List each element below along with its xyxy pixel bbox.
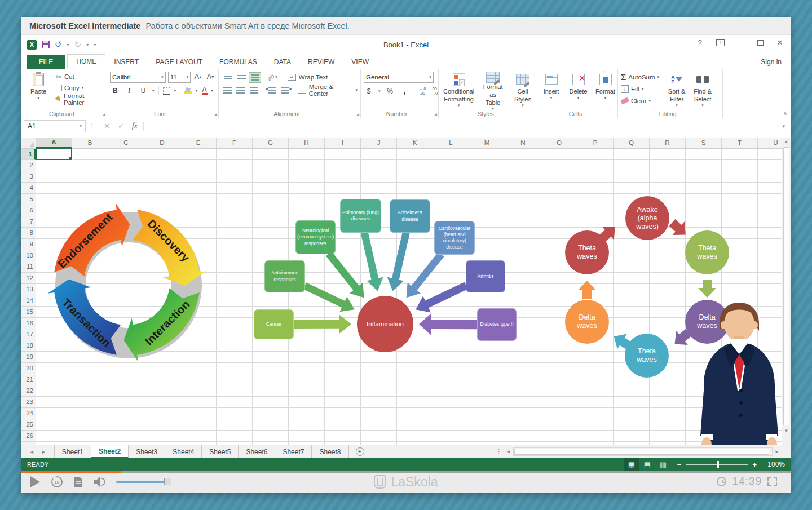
hscroll-left-icon[interactable]: ◄ [504, 449, 513, 454]
fullscreen-icon[interactable] [767, 477, 777, 486]
cause-box-pulmonary[interactable]: Pulmonary (lung) diseases [340, 199, 381, 233]
tab-data[interactable]: DATA [266, 55, 299, 69]
copy-button[interactable]: Copy ▾ [55, 83, 104, 93]
cause-box-arthritis[interactable]: Arthritis [466, 260, 505, 292]
zoom-slider[interactable] [686, 464, 748, 465]
find-select-button[interactable]: Find & Select▾ [690, 70, 716, 109]
row-header-19[interactable]: 19 [21, 352, 36, 363]
column-header-s[interactable]: S [686, 138, 722, 148]
cause-box-cancer[interactable]: Cancer [254, 309, 294, 339]
row-header-3[interactable]: 3 [21, 171, 36, 183]
wave-node-1-theta[interactable]: Theta waves [685, 230, 729, 274]
column-header-n[interactable]: N [505, 138, 541, 148]
vertical-scrollbar[interactable]: ▲ ▼ [782, 138, 791, 445]
name-box[interactable]: A1▾ [24, 120, 86, 132]
row-header-23[interactable]: 23 [21, 397, 36, 408]
wave-node-2-delta[interactable]: Delta waves [685, 300, 729, 344]
select-all-corner[interactable] [21, 138, 36, 149]
cause-box-neurological[interactable]: Neurological (nervous system) responses [295, 220, 336, 254]
font-size-select[interactable]: 11▾ [168, 72, 191, 83]
paste-button[interactable]: Paste▾ [25, 70, 51, 109]
row-header-10[interactable]: 10 [21, 250, 36, 261]
autosum-button[interactable]: ΣAutoSum ▾ [621, 72, 659, 82]
column-header-a[interactable]: A [36, 138, 72, 148]
help-icon[interactable]: ? [695, 38, 705, 47]
zoom-slider-handle[interactable] [717, 461, 719, 468]
conditional-formattingbutton[interactable]: Conditional Formatting▾ [442, 70, 476, 109]
italic-button[interactable]: I [124, 86, 134, 96]
column-header-p[interactable]: P [577, 138, 614, 148]
cause-box-autoimmune[interactable]: Autoimmune responses [264, 260, 305, 292]
insert-function-icon[interactable]: fx [132, 122, 138, 131]
fill-color-icon[interactable] [184, 88, 192, 94]
column-header-q[interactable]: Q [614, 138, 650, 148]
scroll-down-icon[interactable]: ▼ [782, 427, 791, 436]
minimize-icon[interactable]: – [736, 38, 746, 47]
normal-view-icon[interactable]: ▦ [624, 458, 639, 471]
wrap-text-button[interactable]: ↵Wrap Text [288, 72, 328, 83]
clipboard-dialog-launcher-icon[interactable]: ◢ [103, 112, 105, 117]
sign-in-link[interactable]: Sign in [761, 58, 782, 66]
align-center-button[interactable] [235, 85, 246, 96]
row-header-8[interactable]: 8 [21, 228, 36, 239]
fill-color-caret-icon[interactable]: ▾ [196, 88, 198, 93]
scroll-up-icon[interactable]: ▲ [782, 138, 791, 147]
wave-node-0-awake[interactable]: Awake (alpha waves) [625, 196, 669, 240]
row-header-17[interactable]: 17 [21, 329, 36, 340]
row-header-13[interactable]: 13 [21, 284, 36, 295]
align-top-button[interactable] [222, 72, 234, 83]
hscroll-right-icon[interactable]: ► [773, 449, 782, 454]
row-header-26[interactable]: 26 [21, 431, 36, 442]
close-icon[interactable]: ✕ [775, 38, 785, 47]
percent-button[interactable]: % [385, 86, 395, 96]
sheet-tab-sheet8[interactable]: Sheet8 [312, 445, 348, 458]
bold-button[interactable]: B [110, 86, 120, 96]
tab-file[interactable]: FILE [27, 55, 65, 69]
borders-icon[interactable] [163, 87, 170, 95]
sheet-tab-sheet7[interactable]: Sheet7 [275, 445, 312, 458]
row-header-16[interactable]: 16 [21, 318, 36, 329]
row-header-9[interactable]: 9 [21, 239, 36, 250]
page-layout-view-icon[interactable]: ▤ [640, 458, 655, 471]
sheet-tab-sheet2[interactable]: Sheet2 [91, 445, 129, 458]
row-header-25[interactable]: 25 [21, 419, 36, 431]
column-header-g[interactable]: G [253, 138, 289, 148]
cause-box-alzheimer's[interactable]: Alzheimer's disease [390, 199, 430, 233]
font-dialog-launcher-icon[interactable]: ◢ [214, 112, 217, 117]
grow-font-button[interactable]: A▴ [193, 72, 203, 82]
tab-view[interactable]: VIEW [343, 55, 377, 69]
sheet-tab-sheet3[interactable]: Sheet3 [129, 445, 165, 458]
row-header-7[interactable]: 7 [21, 216, 36, 228]
shrink-font-button[interactable]: A▾ [205, 72, 215, 82]
comma-button[interactable]: , [400, 86, 410, 96]
tab-review[interactable]: REVIEW [299, 55, 343, 69]
sheet-nav-left-icon[interactable]: ◄ [29, 449, 34, 455]
borders-caret-icon[interactable]: ▾ [174, 88, 176, 93]
row-header-15[interactable]: 15 [21, 307, 36, 318]
row-header-5[interactable]: 5 [21, 194, 36, 205]
orientation-caret-icon[interactable]: ▾ [275, 75, 277, 79]
sheet-tab-sheet4[interactable]: Sheet4 [165, 445, 202, 458]
zoom-percent[interactable]: 100% [764, 460, 785, 468]
row-header-6[interactable]: 6 [21, 205, 36, 216]
decrease-decimal-icon[interactable]: .00 →.0 [430, 87, 438, 95]
merge-center-button[interactable]: ↔Merge & Center ▾ [298, 85, 358, 96]
row-header-12[interactable]: 12 [21, 273, 36, 284]
column-header-o[interactable]: O [541, 138, 577, 148]
number-dialog-launcher-icon[interactable]: ◢ [434, 112, 437, 117]
align-left-button[interactable] [222, 85, 233, 96]
row-header-2[interactable]: 2 [21, 160, 36, 171]
collapse-ribbon-icon[interactable]: ∧ [783, 110, 787, 116]
column-header-h[interactable]: H [289, 138, 325, 148]
align-bottom-button[interactable] [249, 72, 261, 83]
sort-filter-button[interactable]: AZ Sort & Filter▾ [664, 70, 690, 109]
fill-button[interactable]: ↓Fill▾ [621, 83, 659, 94]
currency-button[interactable]: $ [364, 86, 374, 96]
insertbutton[interactable]: Insert▾ [539, 70, 564, 109]
column-header-d[interactable]: D [144, 138, 180, 148]
row-header-11[interactable]: 11 [21, 261, 36, 273]
wave-node-3-theta[interactable]: Theta waves [625, 334, 669, 378]
tab-home[interactable]: HOME [67, 54, 105, 69]
wave-node-5-theta[interactable]: Theta waves [565, 230, 609, 274]
font-color-icon[interactable]: A [202, 86, 208, 95]
